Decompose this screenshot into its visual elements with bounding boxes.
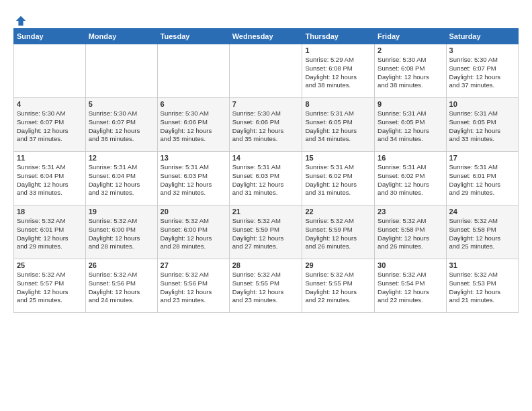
cell-info-text: Sunrise: 5:32 AM Sunset: 5:56 PM Dayligh… — [89, 271, 154, 305]
cell-info-text: Sunrise: 5:31 AM Sunset: 6:03 PM Dayligh… — [232, 163, 300, 197]
calendar-header-sunday: Sunday — [14, 29, 86, 44]
logo-icon — [15, 15, 27, 27]
cell-day-number: 21 — [232, 208, 300, 216]
cell-info-text: Sunrise: 5:32 AM Sunset: 5:58 PM Dayligh… — [378, 217, 443, 251]
calendar-cell: 18Sunrise: 5:32 AM Sunset: 6:01 PM Dayli… — [14, 205, 86, 259]
calendar-header-thursday: Thursday — [302, 29, 375, 44]
calendar-cell: 11Sunrise: 5:31 AM Sunset: 6:04 PM Dayli… — [14, 152, 86, 205]
cell-info-text: Sunrise: 5:32 AM Sunset: 5:57 PM Dayligh… — [17, 271, 83, 305]
cell-day-number: 30 — [378, 261, 443, 269]
calendar-cell — [157, 44, 229, 98]
cell-info-text: Sunrise: 5:32 AM Sunset: 6:00 PM Dayligh… — [89, 217, 154, 251]
calendar-cell: 22Sunrise: 5:32 AM Sunset: 5:59 PM Dayli… — [302, 205, 375, 259]
header — [13, 12, 519, 24]
cell-info-text: Sunrise: 5:32 AM Sunset: 5:58 PM Dayligh… — [449, 217, 515, 251]
calendar-week-row: 1Sunrise: 5:29 AM Sunset: 6:08 PM Daylig… — [14, 44, 519, 98]
cell-info-text: Sunrise: 5:30 AM Sunset: 6:07 PM Dayligh… — [17, 109, 83, 144]
cell-info-text: Sunrise: 5:31 AM Sunset: 6:05 PM Dayligh… — [378, 109, 443, 144]
calendar-header-saturday: Saturday — [446, 29, 518, 44]
cell-info-text: Sunrise: 5:31 AM Sunset: 6:05 PM Dayligh… — [449, 109, 515, 144]
calendar-cell: 8Sunrise: 5:31 AM Sunset: 6:05 PM Daylig… — [302, 98, 375, 152]
cell-day-number: 15 — [305, 154, 371, 162]
calendar-week-row: 11Sunrise: 5:31 AM Sunset: 6:04 PM Dayli… — [14, 152, 519, 205]
cell-info-text: Sunrise: 5:31 AM Sunset: 6:02 PM Dayligh… — [378, 163, 443, 197]
calendar-header-friday: Friday — [375, 29, 446, 44]
calendar-cell — [14, 44, 86, 98]
cell-day-number: 14 — [232, 154, 300, 162]
logo — [13, 15, 27, 24]
calendar-cell: 29Sunrise: 5:32 AM Sunset: 5:55 PM Dayli… — [302, 259, 375, 313]
calendar-cell: 6Sunrise: 5:30 AM Sunset: 6:06 PM Daylig… — [157, 98, 229, 152]
cell-info-text: Sunrise: 5:31 AM Sunset: 6:04 PM Dayligh… — [89, 163, 154, 197]
cell-info-text: Sunrise: 5:32 AM Sunset: 6:00 PM Dayligh… — [161, 217, 226, 251]
calendar-cell: 15Sunrise: 5:31 AM Sunset: 6:02 PM Dayli… — [302, 152, 375, 205]
cell-day-number: 3 — [449, 46, 515, 54]
calendar-cell: 5Sunrise: 5:30 AM Sunset: 6:07 PM Daylig… — [85, 98, 157, 152]
calendar-cell: 30Sunrise: 5:32 AM Sunset: 5:54 PM Dayli… — [375, 259, 446, 313]
calendar-cell: 20Sunrise: 5:32 AM Sunset: 6:00 PM Dayli… — [157, 205, 229, 259]
calendar-header-wednesday: Wednesday — [229, 29, 302, 44]
cell-day-number: 5 — [89, 100, 154, 108]
calendar-header-row: SundayMondayTuesdayWednesdayThursdayFrid… — [14, 29, 519, 44]
calendar-cell: 2Sunrise: 5:30 AM Sunset: 6:08 PM Daylig… — [375, 44, 446, 98]
cell-day-number: 19 — [89, 208, 154, 216]
cell-day-number: 7 — [232, 100, 300, 108]
cell-info-text: Sunrise: 5:31 AM Sunset: 6:01 PM Dayligh… — [449, 163, 515, 197]
cell-info-text: Sunrise: 5:32 AM Sunset: 5:53 PM Dayligh… — [449, 271, 515, 305]
cell-info-text: Sunrise: 5:30 AM Sunset: 6:06 PM Dayligh… — [232, 109, 300, 144]
calendar-cell: 1Sunrise: 5:29 AM Sunset: 6:08 PM Daylig… — [302, 44, 375, 98]
calendar-cell: 10Sunrise: 5:31 AM Sunset: 6:05 PM Dayli… — [446, 98, 518, 152]
cell-day-number: 9 — [378, 100, 443, 108]
calendar-header-monday: Monday — [85, 29, 157, 44]
cell-day-number: 18 — [17, 208, 83, 216]
cell-day-number: 23 — [378, 208, 443, 216]
cell-day-number: 17 — [449, 154, 515, 162]
calendar-cell — [85, 44, 157, 98]
cell-day-number: 8 — [305, 100, 371, 108]
cell-day-number: 29 — [305, 261, 371, 269]
cell-info-text: Sunrise: 5:30 AM Sunset: 6:08 PM Dayligh… — [378, 56, 443, 90]
calendar-cell: 28Sunrise: 5:32 AM Sunset: 5:55 PM Dayli… — [229, 259, 302, 313]
cell-info-text: Sunrise: 5:30 AM Sunset: 6:07 PM Dayligh… — [449, 56, 515, 90]
calendar-cell: 14Sunrise: 5:31 AM Sunset: 6:03 PM Dayli… — [229, 152, 302, 205]
calendar-cell: 31Sunrise: 5:32 AM Sunset: 5:53 PM Dayli… — [446, 259, 518, 313]
cell-info-text: Sunrise: 5:31 AM Sunset: 6:03 PM Dayligh… — [161, 163, 226, 197]
cell-day-number: 24 — [449, 208, 515, 216]
cell-day-number: 22 — [305, 208, 371, 216]
cell-info-text: Sunrise: 5:32 AM Sunset: 5:55 PM Dayligh… — [232, 271, 300, 305]
cell-day-number: 28 — [232, 261, 300, 269]
calendar-header-tuesday: Tuesday — [157, 29, 229, 44]
calendar-cell — [229, 44, 302, 98]
cell-day-number: 2 — [378, 46, 443, 54]
cell-info-text: Sunrise: 5:32 AM Sunset: 6:01 PM Dayligh… — [17, 217, 83, 251]
svg-marker-0 — [16, 16, 26, 26]
calendar-cell: 21Sunrise: 5:32 AM Sunset: 5:59 PM Dayli… — [229, 205, 302, 259]
page: SundayMondayTuesdayWednesdayThursdayFrid… — [0, 0, 532, 411]
cell-day-number: 20 — [161, 208, 226, 216]
cell-day-number: 16 — [378, 154, 443, 162]
cell-info-text: Sunrise: 5:31 AM Sunset: 6:02 PM Dayligh… — [305, 163, 371, 197]
cell-day-number: 4 — [17, 100, 83, 108]
cell-day-number: 25 — [17, 261, 83, 269]
cell-day-number: 27 — [161, 261, 226, 269]
calendar-cell: 13Sunrise: 5:31 AM Sunset: 6:03 PM Dayli… — [157, 152, 229, 205]
cell-day-number: 13 — [161, 154, 226, 162]
calendar-week-row: 25Sunrise: 5:32 AM Sunset: 5:57 PM Dayli… — [14, 259, 519, 313]
cell-info-text: Sunrise: 5:31 AM Sunset: 6:05 PM Dayligh… — [305, 109, 371, 144]
calendar-cell: 17Sunrise: 5:31 AM Sunset: 6:01 PM Dayli… — [446, 152, 518, 205]
calendar-cell: 4Sunrise: 5:30 AM Sunset: 6:07 PM Daylig… — [14, 98, 86, 152]
calendar-cell: 25Sunrise: 5:32 AM Sunset: 5:57 PM Dayli… — [14, 259, 86, 313]
calendar-cell: 26Sunrise: 5:32 AM Sunset: 5:56 PM Dayli… — [85, 259, 157, 313]
calendar-cell: 3Sunrise: 5:30 AM Sunset: 6:07 PM Daylig… — [446, 44, 518, 98]
calendar-cell: 19Sunrise: 5:32 AM Sunset: 6:00 PM Dayli… — [85, 205, 157, 259]
cell-day-number: 26 — [89, 261, 154, 269]
calendar-cell: 27Sunrise: 5:32 AM Sunset: 5:56 PM Dayli… — [157, 259, 229, 313]
calendar-cell: 23Sunrise: 5:32 AM Sunset: 5:58 PM Dayli… — [375, 205, 446, 259]
calendar-table: SundayMondayTuesdayWednesdayThursdayFrid… — [13, 28, 519, 313]
cell-day-number: 6 — [161, 100, 226, 108]
cell-day-number: 12 — [89, 154, 154, 162]
calendar-cell: 7Sunrise: 5:30 AM Sunset: 6:06 PM Daylig… — [229, 98, 302, 152]
cell-info-text: Sunrise: 5:32 AM Sunset: 5:59 PM Dayligh… — [232, 217, 300, 251]
cell-day-number: 11 — [17, 154, 83, 162]
calendar-cell: 9Sunrise: 5:31 AM Sunset: 6:05 PM Daylig… — [375, 98, 446, 152]
